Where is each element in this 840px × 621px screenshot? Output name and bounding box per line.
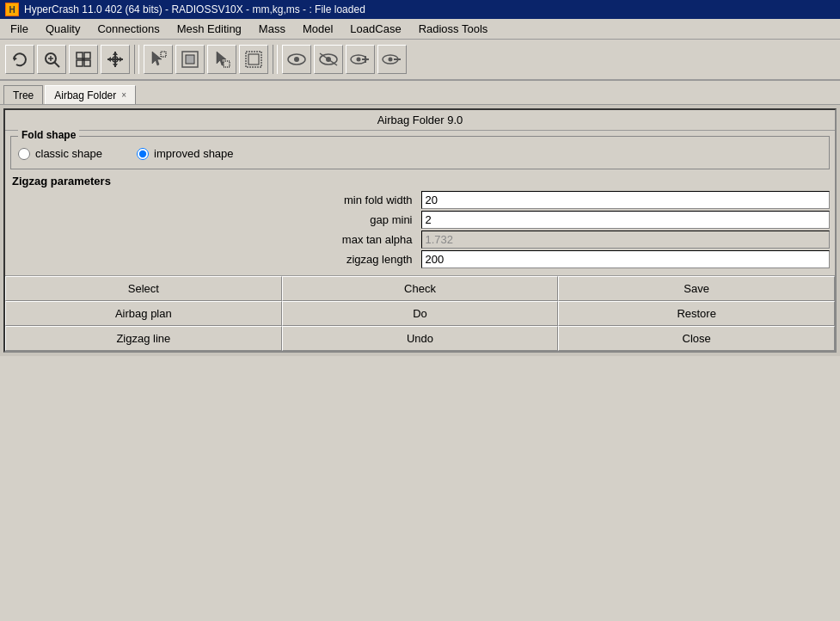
max-tan-alpha-label: max tan alpha	[10, 231, 420, 249]
airbag-plan-button[interactable]: Airbag plan	[5, 301, 282, 326]
vis4-btn[interactable]	[377, 45, 407, 74]
menu-quality[interactable]: Quality	[39, 21, 87, 37]
svg-rect-22	[224, 61, 230, 67]
fold-shape-label: Fold shape	[18, 129, 79, 141]
restore-button[interactable]: Restore	[558, 301, 835, 326]
zigzag-section-label: Zigzag parameters	[12, 175, 828, 188]
tab-airbag-folder[interactable]: Airbag Folder ×	[45, 85, 136, 104]
svg-point-9	[82, 58, 85, 61]
tab-airbag-label: Airbag Folder	[54, 89, 116, 101]
main-content: Airbag Folder 9.0 Fold shape classic sha…	[0, 105, 840, 356]
svg-marker-13	[113, 52, 118, 55]
select-box2-btn[interactable]	[239, 45, 268, 74]
svg-marker-0	[14, 57, 17, 61]
select-box-btn[interactable]	[175, 45, 205, 74]
gap-mini-label: gap mini	[10, 211, 420, 229]
do-button[interactable]: Do	[282, 301, 559, 326]
svg-rect-20	[186, 55, 194, 64]
save-button[interactable]: Save	[558, 276, 835, 301]
svg-rect-18	[161, 52, 166, 57]
vis3-btn[interactable]	[346, 45, 375, 74]
svg-marker-17	[152, 52, 162, 65]
check-button[interactable]: Check	[282, 276, 559, 301]
action-buttons: Select Check Save Airbag plan Do Restore…	[5, 275, 835, 351]
menu-connections[interactable]: Connections	[90, 21, 166, 37]
improved-shape-radio[interactable]	[137, 148, 149, 160]
title-text: HyperCrash 11.0 402 (64 bits) - RADIOSSV…	[24, 3, 365, 15]
toolbar-sep2	[273, 45, 278, 74]
zigzag-line-button[interactable]: Zigzag line	[5, 326, 282, 351]
svg-point-35	[389, 58, 393, 62]
svg-marker-16	[120, 57, 123, 62]
svg-rect-5	[77, 52, 83, 58]
min-fold-width-input[interactable]	[421, 191, 831, 209]
app-icon: H	[5, 3, 19, 16]
svg-marker-14	[113, 64, 118, 67]
panel-title: Airbag Folder 9.0	[5, 110, 835, 131]
select-arrow-btn[interactable]	[144, 45, 173, 74]
svg-rect-6	[84, 52, 90, 58]
zoom-fit-btn[interactable]	[37, 45, 66, 74]
menu-mass[interactable]: Mass	[252, 21, 292, 37]
menu-model[interactable]: Model	[296, 21, 340, 37]
svg-line-2	[54, 62, 59, 67]
pointer-btn[interactable]	[101, 45, 130, 74]
tab-tree-label: Tree	[13, 89, 34, 101]
fold-shape-group: Fold shape classic shape improved shape	[10, 136, 830, 169]
toolbar	[0, 40, 840, 81]
improved-shape-option[interactable]: improved shape	[137, 147, 234, 160]
tab-close-icon[interactable]: ×	[121, 91, 126, 100]
svg-marker-15	[107, 57, 111, 62]
zigzag-length-label: zigzag length	[10, 250, 420, 268]
toolbar-sep1	[134, 45, 139, 74]
fold-shape-radio-row: classic shape improved shape	[18, 142, 822, 162]
close-button[interactable]: Close	[558, 326, 835, 351]
menu-loadcase[interactable]: LoadCase	[343, 21, 408, 37]
tab-tree[interactable]: Tree	[3, 85, 43, 104]
classic-shape-option[interactable]: classic shape	[18, 147, 102, 160]
classic-shape-radio[interactable]	[18, 148, 30, 160]
select-button[interactable]: Select	[5, 276, 282, 301]
improved-shape-label: improved shape	[154, 147, 234, 160]
zigzag-length-input[interactable]	[421, 250, 831, 268]
refresh-btn[interactable]	[5, 45, 34, 74]
max-tan-alpha-input[interactable]	[421, 231, 831, 249]
vis2-btn[interactable]	[314, 45, 343, 74]
select-move-btn[interactable]	[207, 45, 236, 74]
undo-button[interactable]: Undo	[282, 326, 559, 351]
svg-rect-8	[84, 60, 90, 66]
tab-bar: Tree Airbag Folder ×	[0, 81, 840, 105]
svg-point-31	[357, 58, 361, 62]
min-fold-width-label: min fold width	[10, 191, 420, 209]
svg-rect-7	[77, 60, 83, 66]
title-bar: H HyperCrash 11.0 402 (64 bits) - RADIOS…	[0, 0, 840, 19]
svg-rect-24	[248, 54, 259, 65]
menu-radioss-tools[interactable]: Radioss Tools	[412, 21, 495, 37]
vis1-btn[interactable]	[282, 45, 311, 74]
svg-point-26	[294, 57, 299, 62]
classic-shape-label: classic shape	[35, 147, 102, 160]
panel: Airbag Folder 9.0 Fold shape classic sha…	[3, 108, 837, 353]
menu-file[interactable]: File	[3, 21, 35, 37]
svg-marker-21	[217, 52, 226, 65]
menu-mesh-editing[interactable]: Mesh Editing	[170, 21, 248, 37]
home-view-btn[interactable]	[69, 45, 98, 74]
menu-bar: File Quality Connections Mesh Editing Ma…	[0, 19, 840, 40]
param-grid: min fold width gap mini max tan alpha zi…	[10, 191, 830, 268]
gap-mini-input[interactable]	[421, 211, 831, 229]
